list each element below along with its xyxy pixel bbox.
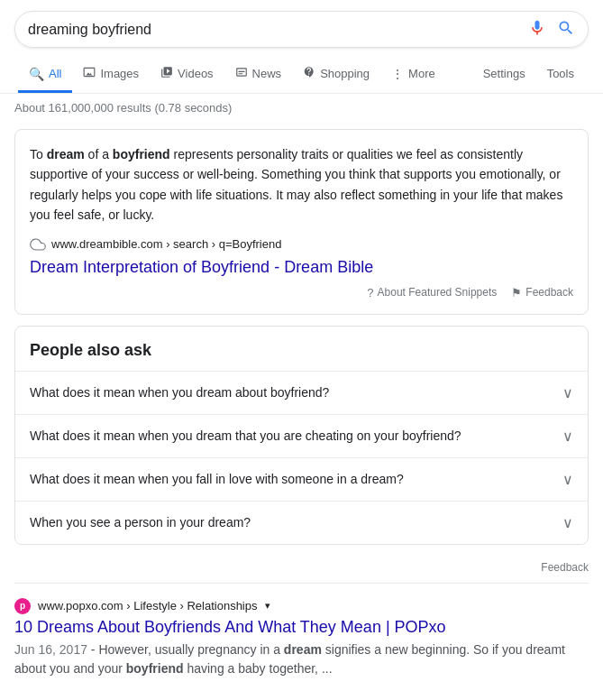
tab-images-label: Images [100, 67, 139, 80]
snippet-text: To dream of a boyfriend represents perso… [30, 144, 573, 226]
paa-item-1[interactable]: What does it mean when you dream about b… [15, 371, 588, 414]
result-description: Jun 16, 2017 - However, usually pregnanc… [14, 640, 589, 678]
featured-snippet: To dream of a boyfriend represents perso… [14, 129, 589, 315]
paa-item-3[interactable]: What does it mean when you fall in love … [15, 457, 588, 501]
news-icon [235, 66, 248, 81]
tab-images[interactable]: Images [72, 57, 150, 93]
tab-settings[interactable]: Settings [472, 58, 536, 92]
paa-question-2: What does it mean when you dream that yo… [30, 428, 461, 443]
tab-more[interactable]: ⋮ More [380, 58, 446, 93]
cloud-icon [30, 236, 46, 253]
tab-news[interactable]: News [224, 57, 293, 93]
chevron-down-icon-3: ∨ [562, 471, 573, 488]
tab-videos[interactable]: Videos [150, 57, 224, 93]
results-count: About 161,000,000 results (0.78 seconds) [0, 94, 603, 122]
more-icon: ⋮ [391, 67, 404, 81]
result-date: Jun 16, 2017 [14, 642, 87, 657]
paa-question-4: When you see a person in your dream? [30, 515, 251, 530]
result-source: p www.popxo.com › Lifestyle › Relationsh… [14, 598, 589, 614]
tools-label: Tools [547, 67, 574, 80]
tab-shopping[interactable]: Shopping [292, 57, 380, 93]
mic-icon[interactable] [528, 19, 546, 40]
search-header: 🔍 All Images Videos News Shopping [0, 0, 603, 94]
divider [14, 583, 589, 584]
chevron-down-icon-2: ∨ [562, 428, 573, 445]
tab-shopping-label: Shopping [320, 67, 370, 80]
settings-label: Settings [483, 67, 525, 80]
snippet-footer: ? About Featured Snippets ⚑ Feedback [30, 286, 573, 299]
paa-feedback-button[interactable]: Feedback [0, 556, 603, 583]
tab-videos-label: Videos [178, 67, 214, 80]
paa-title: People also ask [15, 327, 588, 371]
paa-question-1: What does it mean when you dream about b… [30, 385, 329, 400]
people-also-ask: People also ask What does it mean when y… [14, 326, 589, 545]
search-icons [528, 19, 575, 40]
result-favicon: p [14, 598, 31, 614]
search-bar [14, 11, 589, 48]
result-title[interactable]: 10 Dreams About Boyfriends And What They… [14, 618, 589, 637]
search-result-1: p www.popxo.com › Lifestyle › Relationsh… [14, 591, 589, 686]
tab-more-label: More [408, 67, 435, 80]
about-snippets-button[interactable]: ? About Featured Snippets [367, 286, 497, 299]
paa-feedback-label: Feedback [541, 561, 589, 574]
videos-icon [160, 66, 173, 81]
chevron-down-icon-1: ∨ [562, 384, 573, 401]
all-icon: 🔍 [29, 67, 44, 81]
snippet-feedback-label: Feedback [525, 286, 573, 299]
snippet-url: www.dreambible.com › search › q=Boyfrien… [51, 237, 281, 251]
question-icon: ? [367, 286, 373, 299]
snippet-source: www.dreambible.com › search › q=Boyfrien… [30, 236, 573, 253]
tab-all[interactable]: 🔍 All [18, 58, 72, 93]
search-input[interactable] [28, 22, 528, 38]
result-url: www.popxo.com › Lifestyle › Relationship… [38, 599, 258, 612]
about-snippets-label: About Featured Snippets [378, 286, 498, 299]
search-submit-icon[interactable] [557, 19, 575, 40]
snippet-title[interactable]: Dream Interpretation of Boyfriend - Drea… [30, 258, 373, 276]
shopping-icon [303, 66, 315, 81]
chevron-down-icon-4: ∨ [562, 514, 573, 531]
images-icon [83, 66, 96, 81]
paa-item-2[interactable]: What does it mean when you dream that yo… [15, 414, 588, 457]
dropdown-arrow-icon[interactable]: ▾ [265, 600, 270, 612]
tab-news-label: News [252, 67, 282, 80]
nav-tabs: 🔍 All Images Videos News Shopping [14, 57, 589, 93]
paa-question-3: What does it mean when you fall in love … [30, 472, 404, 486]
flag-icon: ⚑ [511, 286, 522, 299]
results-count-text: About 161,000,000 results (0.78 seconds) [14, 101, 232, 115]
paa-item-4[interactable]: When you see a person in your dream? ∨ [15, 501, 588, 544]
tab-all-label: All [49, 67, 61, 80]
tab-tools[interactable]: Tools [536, 58, 585, 92]
snippet-feedback-button[interactable]: ⚑ Feedback [511, 286, 573, 299]
